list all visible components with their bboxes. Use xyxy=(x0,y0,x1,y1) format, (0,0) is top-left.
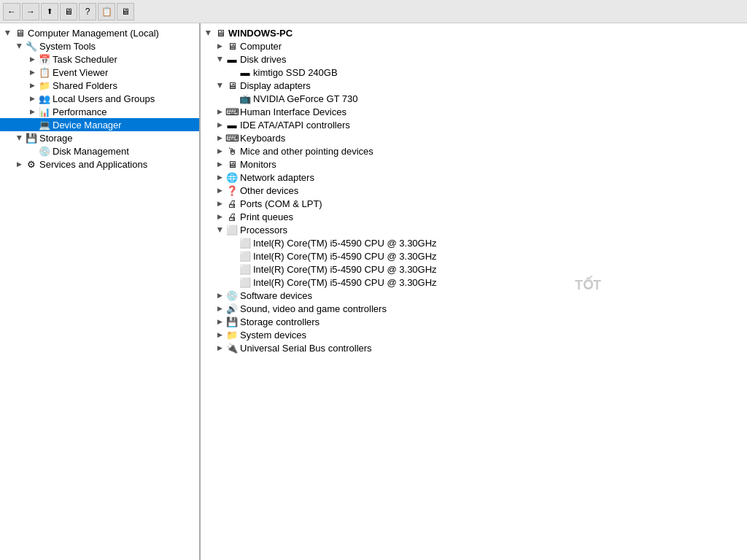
icon-system-tools: 🔧 xyxy=(25,40,38,52)
forward-button[interactable]: → xyxy=(22,3,39,20)
left-tree-item-local-users[interactable]: 👥Local Users and Groups xyxy=(0,92,199,105)
right-icon-mice: 🖱 xyxy=(225,145,239,157)
expander-storage[interactable] xyxy=(13,132,25,144)
right-tree-item-computer[interactable]: 🖥Computer xyxy=(201,39,747,52)
right-expander-computer[interactable] xyxy=(214,40,225,52)
right-label-kimtigo: kimtigo SSD 240GB xyxy=(253,67,338,78)
right-icon-network: 🌐 xyxy=(225,171,239,183)
right-label-nvidia: NVIDIA GeForce GT 730 xyxy=(253,93,358,104)
right-label-computer: Computer xyxy=(240,41,282,52)
right-label-cpu1: Intel(R) Core(TM) i5-4590 CPU @ 3.30GHz xyxy=(253,238,437,249)
expander-task-scheduler[interactable] xyxy=(26,53,38,65)
right-tree-item-nvidia[interactable]: 📺NVIDIA GeForce GT 730 xyxy=(201,92,747,105)
right-tree-item-system-dev[interactable]: 📁System devices xyxy=(201,328,747,341)
right-expander-hid[interactable] xyxy=(214,106,225,117)
right-tree-item-disk-drives[interactable]: ▬Disk drives xyxy=(201,52,747,66)
right-label-keyboards: Keyboards xyxy=(240,133,285,144)
help-button[interactable]: ? xyxy=(79,3,96,20)
right-tree-item-keyboards[interactable]: ⌨Keyboards xyxy=(201,131,747,144)
right-tree-item-cpu4[interactable]: ⬜Intel(R) Core(TM) i5-4590 CPU @ 3.30GHz xyxy=(201,276,747,289)
right-expander-storage-ctrl[interactable] xyxy=(214,316,225,327)
expander-shared-folders[interactable] xyxy=(26,79,38,91)
right-icon-system-dev: 📁 xyxy=(225,329,239,341)
right-tree-item-cpu3[interactable]: ⬜Intel(R) Core(TM) i5-4590 CPU @ 3.30GHz xyxy=(201,262,747,276)
right-expander-mice[interactable] xyxy=(214,145,225,157)
left-tree-item-shared-folders[interactable]: 📁Shared Folders xyxy=(0,79,199,92)
right-label-ports: Ports (COM & LPT) xyxy=(240,198,322,209)
right-label-monitors: Monitors xyxy=(240,159,276,170)
expander-computer-management[interactable] xyxy=(1,27,13,39)
right-pane: 🖥WINDOWS-PC🖥Computer▬Disk drives▬kimtigo… xyxy=(201,23,747,560)
right-tree-item-cpu2[interactable]: ⬜Intel(R) Core(TM) i5-4590 CPU @ 3.30GHz xyxy=(201,249,747,262)
right-expander-network[interactable] xyxy=(214,171,225,183)
right-tree-item-kimtigo[interactable]: ▬kimtigo SSD 240GB xyxy=(201,66,747,79)
right-tree-item-storage-ctrl[interactable]: 💾Storage controllers xyxy=(201,315,747,328)
right-tree-item-cpu1[interactable]: ⬜Intel(R) Core(TM) i5-4590 CPU @ 3.30GHz xyxy=(201,236,747,249)
right-expander-ide[interactable] xyxy=(214,119,225,131)
right-label-cpu4: Intel(R) Core(TM) i5-4590 CPU @ 3.30GHz xyxy=(253,277,437,288)
view-button[interactable]: 🖥 xyxy=(117,3,134,20)
right-icon-processors: ⬜ xyxy=(225,224,239,236)
right-expander-display-adapters[interactable] xyxy=(214,79,225,91)
right-tree-item-sound[interactable]: 🔊Sound, video and game controllers xyxy=(201,302,747,315)
show-hide-button[interactable]: 🖥 xyxy=(60,3,77,20)
right-tree-item-ide[interactable]: ▬IDE ATA/ATAPI controllers xyxy=(201,118,747,131)
right-tree-item-monitors[interactable]: 🖥Monitors xyxy=(201,158,747,171)
right-label-display-adapters: Display adapters xyxy=(240,80,311,91)
up-button[interactable]: ⬆ xyxy=(41,3,58,20)
left-tree-item-storage[interactable]: 💾Storage xyxy=(0,131,199,144)
right-tree-item-other[interactable]: ❓Other devices xyxy=(201,184,747,197)
right-icon-software: 💿 xyxy=(225,289,239,301)
right-expander-windows-pc[interactable] xyxy=(202,27,214,39)
icon-event-viewer: 📋 xyxy=(38,66,51,78)
label-device-manager: Device Manager xyxy=(53,120,122,131)
right-icon-print-queues: 🖨 xyxy=(225,211,239,222)
left-tree-item-computer-management[interactable]: 🖥Computer Management (Local) xyxy=(0,26,199,39)
right-icon-disk-drives: ▬ xyxy=(225,53,239,65)
label-shared-folders: Shared Folders xyxy=(53,80,117,91)
right-expander-ports[interactable] xyxy=(214,198,225,209)
right-expander-software[interactable] xyxy=(214,289,225,301)
left-tree-item-system-tools[interactable]: 🔧System Tools xyxy=(0,39,199,52)
right-tree-item-ports[interactable]: 🖨Ports (COM & LPT) xyxy=(201,197,747,210)
expander-performance[interactable] xyxy=(26,106,38,117)
right-expander-keyboards[interactable] xyxy=(214,132,225,144)
expander-local-users[interactable] xyxy=(26,93,38,104)
right-expander-system-dev[interactable] xyxy=(214,329,225,341)
right-tree-item-usb[interactable]: 🔌Universal Serial Bus controllers xyxy=(201,341,747,354)
right-expander-sound[interactable] xyxy=(214,303,225,314)
expander-event-viewer[interactable] xyxy=(26,66,38,78)
left-tree-item-device-manager[interactable]: 💻Device Manager xyxy=(0,118,199,131)
right-tree-item-software[interactable]: 💿Software devices xyxy=(201,289,747,302)
right-tree-item-hid[interactable]: ⌨Human Interface Devices xyxy=(201,105,747,118)
right-tree-item-display-adapters[interactable]: 🖥Display adapters xyxy=(201,79,747,92)
right-expander-other[interactable] xyxy=(214,184,225,196)
label-computer-management: Computer Management (Local) xyxy=(28,28,159,39)
left-tree-item-disk-management[interactable]: 💿Disk Management xyxy=(0,144,199,158)
left-tree-item-performance[interactable]: 📊Performance xyxy=(0,105,199,118)
icon-storage: 💾 xyxy=(25,132,38,144)
icon-services-apps: ⚙ xyxy=(25,158,38,170)
left-tree-item-services-apps[interactable]: ⚙Services and Applications xyxy=(0,158,199,171)
right-icon-storage-ctrl: 💾 xyxy=(225,316,239,327)
right-icon-kimtigo: ▬ xyxy=(239,66,252,78)
right-expander-disk-drives[interactable] xyxy=(214,53,225,65)
right-expander-usb[interactable] xyxy=(214,342,225,354)
back-button[interactable]: ← xyxy=(3,3,20,20)
expander-system-tools[interactable] xyxy=(13,40,25,52)
right-tree-item-mice[interactable]: 🖱Mice and other pointing devices xyxy=(201,144,747,158)
label-storage: Storage xyxy=(39,133,73,144)
right-expander-print-queues[interactable] xyxy=(214,211,225,222)
right-tree-item-windows-pc[interactable]: 🖥WINDOWS-PC xyxy=(201,26,747,39)
right-expander-processors[interactable] xyxy=(214,224,225,236)
right-tree-item-print-queues[interactable]: 🖨Print queues xyxy=(201,210,747,223)
properties-button[interactable]: 📋 xyxy=(98,3,115,20)
right-expander-monitors[interactable] xyxy=(214,158,225,170)
expander-services-apps[interactable] xyxy=(13,158,25,170)
icon-disk-management: 💿 xyxy=(38,145,51,157)
right-tree-item-network[interactable]: 🌐Network adapters xyxy=(201,171,747,184)
label-event-viewer: Event Viewer xyxy=(53,67,108,78)
right-tree-item-processors[interactable]: ⬜Processors xyxy=(201,223,747,236)
left-tree-item-event-viewer[interactable]: 📋Event Viewer xyxy=(0,66,199,79)
left-tree-item-task-scheduler[interactable]: 📅Task Scheduler xyxy=(0,52,199,66)
